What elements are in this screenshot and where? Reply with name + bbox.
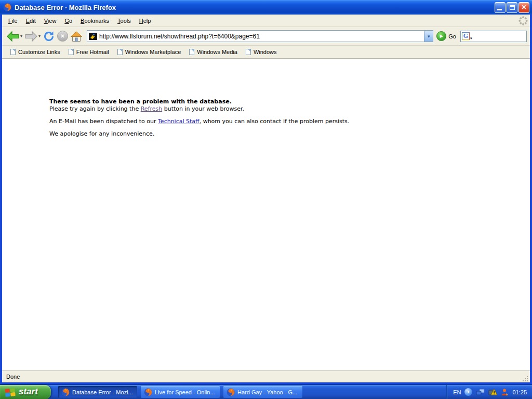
maximize-icon: [510, 5, 515, 10]
menu-bar: File Edit View Go Bookmarks Tools Help: [2, 15, 530, 27]
title-bar: Database Error - Mozilla Firefox ✕: [0, 0, 532, 15]
search-input[interactable]: G ▾: [460, 31, 527, 42]
start-label: start: [19, 387, 38, 398]
menu-help[interactable]: Help: [135, 15, 155, 26]
windows-logo-icon: [5, 388, 16, 397]
throbber-icon: [518, 16, 528, 25]
email-line: An E-Mail has been dispatched to our Tec…: [49, 118, 514, 125]
task-label: Live for Speed - Onlin...: [155, 389, 215, 395]
stop-button[interactable]: ✕: [56, 30, 69, 43]
bookmark-page-icon: [117, 49, 123, 55]
clock: 01:25: [512, 389, 527, 395]
url-text[interactable]: http://www.lfsforum.net/showthread.php?t…: [99, 33, 424, 40]
menu-edit[interactable]: Edit: [22, 15, 40, 26]
bookmark-label: Windows: [254, 49, 277, 55]
taskbar-item-hard-gay-yahoo[interactable]: Hard Gay - Yahoo - G...: [223, 386, 302, 398]
go-button[interactable]: ▶ Go: [436, 31, 456, 41]
chevron-down-icon: ▾: [428, 34, 430, 39]
firefox-icon: [61, 388, 70, 396]
stop-icon: ✕: [57, 31, 68, 42]
refresh-link[interactable]: Refresh: [141, 105, 163, 112]
status-text: Done: [6, 374, 20, 380]
hardware-warning-icon[interactable]: [488, 388, 497, 396]
forward-dropdown-icon[interactable]: ▾: [38, 34, 41, 38]
task-buttons: Database Error - Mozi... Live for Speed …: [51, 385, 446, 399]
bookmark-free-hotmail[interactable]: Free Hotmail: [64, 46, 113, 58]
taskbar: start Database Error - Mozi... Live for …: [0, 384, 532, 399]
error-heading: There seems to have been a problem with …: [49, 98, 514, 105]
firefox-icon: [144, 388, 152, 396]
back-arrow-icon: [6, 31, 20, 42]
close-button[interactable]: ✕: [518, 2, 529, 13]
refresh-line-post: button in your web browser.: [162, 105, 244, 112]
bookmark-label: Windows Marketplace: [125, 49, 181, 55]
bookmark-customize-links[interactable]: Customize Links: [6, 46, 64, 58]
firefox-icon: [3, 3, 11, 11]
go-label: Go: [448, 33, 456, 39]
maximize-button[interactable]: [507, 2, 517, 13]
apology-line: We apologise for any inconvenience.: [49, 130, 514, 137]
forward-button[interactable]: ▾: [23, 30, 42, 43]
system-tray: EN ‹ 01:25: [446, 385, 532, 399]
bookmark-label: Windows Media: [197, 49, 237, 55]
resize-grip[interactable]: [522, 375, 529, 382]
browser-window: Database Error - Mozilla Firefox ✕ File …: [0, 0, 532, 384]
bookmark-page-icon: [189, 49, 194, 55]
back-button[interactable]: ▾: [5, 30, 23, 43]
bookmark-label: Customize Links: [18, 49, 60, 55]
technical-staff-link[interactable]: Technical Staff: [158, 118, 200, 125]
site-favicon: [89, 32, 97, 41]
menu-bookmarks[interactable]: Bookmarks: [76, 15, 113, 26]
forward-arrow-icon: [24, 31, 38, 42]
search-engine-dropdown-icon[interactable]: ▾: [470, 36, 472, 41]
bookmark-windows[interactable]: Windows: [242, 46, 281, 58]
bookmark-windows-media[interactable]: Windows Media: [185, 46, 242, 58]
go-arrow-icon: ▶: [436, 31, 446, 41]
page-content: There seems to have been a problem with …: [2, 59, 530, 370]
reload-button[interactable]: [42, 29, 56, 44]
minimize-button[interactable]: [495, 2, 506, 13]
google-logo-icon: G: [462, 32, 470, 40]
address-bar[interactable]: http://www.lfsforum.net/showthread.php?t…: [87, 30, 433, 42]
reload-icon: [43, 30, 55, 43]
bookmark-label: Free Hotmail: [76, 49, 109, 55]
task-label: Hard Gay - Yahoo - G...: [237, 389, 297, 395]
bookmark-page-icon: [10, 49, 16, 55]
menu-go[interactable]: Go: [60, 15, 76, 26]
bookmarks-toolbar: Customize Links Free Hotmail Windows Mar…: [2, 46, 530, 59]
navigation-toolbar: ▾ ▾ ✕: [2, 27, 530, 46]
bookmark-page-icon: [246, 49, 251, 55]
refresh-line-pre: Please try again by clicking the: [49, 105, 141, 112]
address-dropdown-button[interactable]: ▾: [424, 31, 433, 42]
bookmark-windows-marketplace[interactable]: Windows Marketplace: [113, 46, 185, 58]
messenger-icon[interactable]: [501, 388, 509, 396]
taskbar-item-database-error[interactable]: Database Error - Mozi...: [58, 386, 137, 398]
menu-view[interactable]: View: [40, 15, 61, 26]
minimize-icon: [497, 9, 502, 10]
status-bar: Done: [2, 370, 530, 382]
menu-tools[interactable]: Tools: [113, 15, 135, 26]
language-indicator[interactable]: EN: [453, 389, 461, 395]
close-icon: ✕: [521, 4, 526, 11]
home-button[interactable]: [69, 30, 84, 43]
menu-file[interactable]: File: [4, 15, 22, 26]
task-label: Database Error - Mozi...: [72, 389, 133, 395]
network-icon[interactable]: [476, 388, 485, 396]
start-button[interactable]: start: [0, 385, 51, 399]
refresh-line: Please try again by clicking the Refresh…: [49, 105, 514, 112]
home-icon: [70, 31, 83, 42]
bookmark-page-icon: [69, 49, 74, 55]
email-line-pre: An E-Mail has been dispatched to our: [49, 118, 158, 125]
firefox-icon: [227, 388, 235, 396]
tray-collapse-icon[interactable]: ‹: [464, 388, 472, 396]
email-line-post: , whom you can also contact if the probl…: [200, 118, 350, 125]
back-dropdown-icon[interactable]: ▾: [20, 34, 22, 38]
window-title: Database Error - Mozilla Firefox: [15, 4, 494, 11]
taskbar-item-live-for-speed[interactable]: Live for Speed - Onlin...: [141, 386, 220, 398]
